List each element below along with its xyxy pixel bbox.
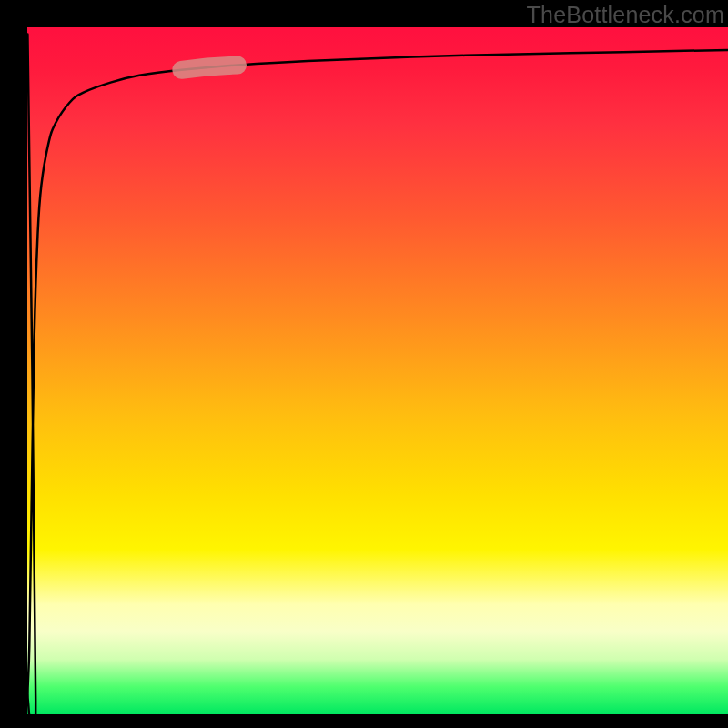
bottleneck-curve — [27, 35, 728, 728]
chart-frame: TheBottleneck.com — [0, 0, 728, 728]
curve-overlay — [0, 0, 728, 728]
watermark-text: TheBottleneck.com — [527, 2, 724, 28]
highlight-segment — [181, 66, 238, 70]
